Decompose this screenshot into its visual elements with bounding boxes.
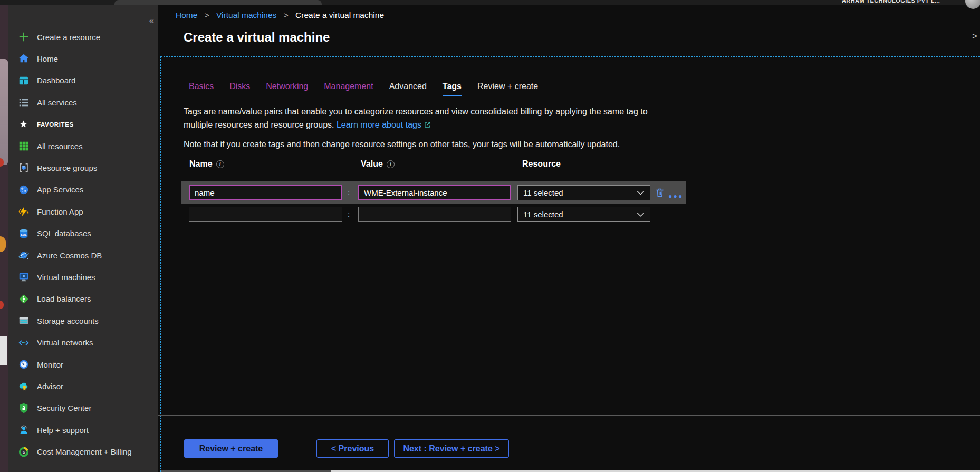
sidebar-item-azure-cosmos-db[interactable]: Azure Cosmos DB <box>8 245 158 266</box>
tab-networking[interactable]: Networking <box>266 82 308 96</box>
sidebar-item-label: Storage accounts <box>37 316 99 325</box>
monitor-icon <box>17 359 30 371</box>
column-header-value: Value i <box>361 159 395 169</box>
app-services-icon <box>17 184 30 196</box>
previous-button[interactable]: < Previous <box>316 439 389 458</box>
sidebar-item-label: Security Center <box>37 403 91 412</box>
desktop-edge <box>0 0 8 472</box>
sidebar-item-advisor[interactable]: Advisor <box>8 375 158 397</box>
tab-basics[interactable]: Basics <box>189 82 214 96</box>
tag-name-input[interactable] <box>189 207 342 222</box>
virtual-network-icon <box>17 336 30 349</box>
sidebar-collapse-icon[interactable]: « <box>149 15 154 26</box>
cost-management-icon: $ <box>17 446 30 458</box>
browser-tab[interactable] <box>114 0 322 5</box>
page-title: Create a virtual machine <box>184 30 330 45</box>
sidebar-item-label: Cost Management + Billing <box>37 447 132 456</box>
next-button[interactable]: Next : Review + create > <box>394 439 509 458</box>
browser-top-bar: ARHAM TECHNOLOGIES PVT L... <box>0 0 980 5</box>
desktop-fragment <box>0 336 7 365</box>
sidebar-item-label: Monitor <box>37 360 63 369</box>
sidebar-item-virtual-machines[interactable]: Virtual machines <box>8 266 158 287</box>
resource-dropdown[interactable]: 11 selected <box>517 207 650 222</box>
sidebar-item-monitor[interactable]: Monitor <box>8 354 158 375</box>
tag-value-input[interactable] <box>358 207 511 222</box>
info-icon[interactable]: i <box>216 160 224 168</box>
sidebar-item-label: Virtual machines <box>37 273 95 282</box>
desktop-fragment <box>0 236 6 252</box>
review-create-button[interactable]: Review + create <box>184 439 278 458</box>
resource-dropdown[interactable]: 11 selected <box>517 185 650 200</box>
breadcrumb-separator: > <box>284 11 289 20</box>
sidebar-item-label: Create a resource <box>37 33 100 42</box>
tag-value-input[interactable] <box>358 185 511 200</box>
wizard-tabs: BasicsDisksNetworkingManagementAdvancedT… <box>189 82 538 96</box>
desktop-fragment <box>0 301 4 309</box>
tab-tags[interactable]: Tags <box>443 82 462 96</box>
home-icon <box>17 53 30 65</box>
sidebar-item-label: FAVORITES <box>37 121 74 128</box>
delete-row-icon[interactable] <box>655 187 665 200</box>
sidebar-item-label: Virtual networks <box>37 338 93 347</box>
blade-chevron-icon[interactable]: > <box>972 31 977 42</box>
sidebar-item-app-services[interactable]: App Services <box>8 179 158 200</box>
sidebar-item-label: Advisor <box>37 382 63 391</box>
focus-outline-top <box>161 56 980 57</box>
tags-note: Note that if you create tags and then ch… <box>184 140 620 149</box>
sidebar-item-cost-management-billing[interactable]: $Cost Management + Billing <box>8 441 158 463</box>
external-link-icon <box>424 119 431 132</box>
info-icon[interactable]: i <box>387 160 395 168</box>
azure-portal-window: ARHAM TECHNOLOGIES PVT L... « Create a r… <box>0 0 980 472</box>
sidebar-item-label: Dashboard <box>37 76 75 85</box>
tab-review-create[interactable]: Review + create <box>477 82 538 96</box>
list-icon <box>17 97 30 109</box>
breadcrumb-home-link[interactable]: Home <box>176 11 197 20</box>
tenant-name: ARHAM TECHNOLOGIES PVT L... <box>842 0 960 5</box>
sidebar-item-label: Function App <box>37 207 83 216</box>
sidebar-item-label: All services <box>37 98 77 107</box>
sidebar-item-all-services[interactable]: All services <box>8 92 158 113</box>
sidebar-item-security-center[interactable]: Security Center <box>8 398 158 419</box>
breadcrumb-virtual-machines-link[interactable]: Virtual machines <box>216 11 276 20</box>
table-divider <box>181 227 686 227</box>
sidebar-item-resource-groups[interactable]: Resource groups <box>8 157 158 178</box>
breadcrumb-bar: Home > Virtual machines > Create a virtu… <box>158 5 980 26</box>
tab-disks[interactable]: Disks <box>229 82 250 96</box>
sidebar-item-sql-databases[interactable]: SQLSQL databases <box>8 223 158 244</box>
load-balancer-icon <box>17 293 30 305</box>
sidebar-item-help-support[interactable]: Help + support <box>8 419 158 440</box>
sidebar-item-favorites: FAVORITES <box>8 114 158 135</box>
advisor-icon <box>17 380 30 392</box>
sidebar-item-home[interactable]: Home <box>8 48 158 69</box>
column-header-name: Name i <box>189 159 224 169</box>
sidebar-item-load-balancers[interactable]: Load balancers <box>8 288 158 310</box>
tag-name-input[interactable] <box>189 185 342 200</box>
chevron-down-icon <box>637 210 645 219</box>
sql-database-icon: SQL <box>17 227 30 239</box>
pair-separator: : <box>345 188 352 197</box>
pair-separator: : <box>345 209 352 218</box>
sidebar-item-label: Load balancers <box>37 294 91 303</box>
breadcrumb-current: Create a virtual machine <box>295 11 384 20</box>
tab-management[interactable]: Management <box>324 82 373 96</box>
learn-more-link[interactable]: Learn more about tags <box>337 120 421 129</box>
more-options-icon[interactable] <box>668 191 682 200</box>
cosmos-db-icon <box>17 249 30 262</box>
sidebar-item-storage-accounts[interactable]: Storage accounts <box>8 310 158 331</box>
sidebar-item-all-resources[interactable]: All resources <box>8 136 158 157</box>
sidebar-item-label: Resource groups <box>37 163 97 172</box>
sidebar-item-virtual-networks[interactable]: Virtual networks <box>8 332 158 353</box>
tags-description: Tags are name/value pairs that enable yo… <box>184 105 648 132</box>
resource-dropdown-value: 11 selected <box>523 188 563 197</box>
sidebar-item-function-app[interactable]: Function App <box>8 201 158 222</box>
breadcrumb-separator: > <box>205 11 209 20</box>
plus-icon <box>17 31 30 43</box>
storage-icon <box>17 315 30 327</box>
sidebar-item-label: Home <box>37 54 58 63</box>
grid-icon <box>17 140 30 152</box>
tab-advanced[interactable]: Advanced <box>389 82 427 96</box>
sidebar-item-dashboard[interactable]: Dashboard <box>8 70 158 91</box>
sidebar-item-create-a-resource[interactable]: Create a resource <box>8 26 158 47</box>
svg-text:SQL: SQL <box>21 233 27 236</box>
sidebar-item-label: All resources <box>37 142 83 151</box>
